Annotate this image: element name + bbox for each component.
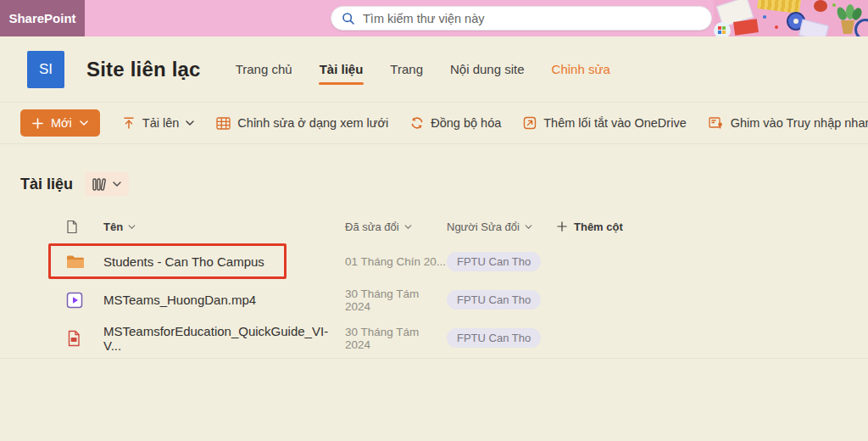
tiles-view-icon <box>92 178 106 191</box>
chevron-down-icon <box>525 225 532 229</box>
sync-button[interactable]: Đồng bộ hóa <box>410 116 501 130</box>
folder-icon <box>66 254 103 269</box>
table-row[interactable]: MSTeamsforEducation_QuickGuide_VI-V... 3… <box>0 319 868 357</box>
plus-icon <box>557 221 567 232</box>
modified-by-badge: FPTU Can Tho <box>447 290 541 310</box>
file-name-link[interactable]: MSTeams_HuongDan.mp4 <box>103 293 345 307</box>
modified-date: 01 Tháng Chín 20... <box>345 255 447 268</box>
new-button[interactable]: Mới <box>20 109 100 137</box>
modified-date: 30 Tháng Tám 2024 <box>345 287 447 313</box>
site-title: Site liên lạc <box>86 58 201 81</box>
column-header-name[interactable]: Tên <box>103 220 345 233</box>
grid-icon <box>216 117 231 130</box>
chevron-down-icon <box>113 181 121 187</box>
nav-item-chinh-sua[interactable]: Chỉnh sửa <box>551 59 611 80</box>
add-shortcut-onedrive-button[interactable]: Thêm lối tắt vào OneDrive <box>523 116 686 130</box>
site-nav: Trang chủ Tài liệu Trang Nội dung site C… <box>235 59 611 80</box>
sync-icon <box>410 116 424 130</box>
site-header: SI Site liên lạc Trang chủ Tài liệu Tran… <box>0 36 868 102</box>
decorative-illustration <box>714 0 868 36</box>
plus-icon <box>32 118 43 129</box>
chevron-down-icon <box>80 120 88 126</box>
modified-by-badge: FPTU Can Tho <box>447 328 541 348</box>
view-switcher-button[interactable] <box>85 172 129 196</box>
pdf-file-icon <box>66 330 103 347</box>
top-bar: SharePoint <box>0 0 868 36</box>
file-name-link[interactable]: Students - Can Tho Campus <box>103 254 345 269</box>
nav-item-noi-dung-site[interactable]: Nội dung site <box>449 59 526 80</box>
edit-grid-view-button[interactable]: Chỉnh sửa ở dạng xem lưới <box>216 116 388 130</box>
table-row[interactable]: Students - Can Tho Campus 01 Tháng Chín … <box>0 243 868 281</box>
site-logo[interactable]: SI <box>27 51 64 88</box>
video-file-icon <box>66 292 103 309</box>
shortcut-icon <box>523 116 537 130</box>
search-box[interactable] <box>331 6 712 31</box>
chevron-down-icon <box>404 225 412 229</box>
nav-item-tai-lieu[interactable]: Tài liệu <box>319 59 364 80</box>
upload-button[interactable]: Tải lên <box>122 116 195 130</box>
library-title: Tài liệu <box>20 176 73 193</box>
list-bottom-divider <box>0 358 868 359</box>
sharepoint-brand[interactable]: SharePoint <box>0 0 85 36</box>
search-input[interactable] <box>363 12 701 25</box>
chevron-down-icon <box>186 120 194 126</box>
upload-icon <box>122 116 136 130</box>
search-icon <box>342 12 355 25</box>
command-bar: Mới Tải lên Chỉnh sửa ở dạng xem lưới Đồ… <box>0 102 868 144</box>
modified-by-badge: FPTU Can Tho <box>447 252 541 271</box>
table-header: Tên Đã sửa đổi Người Sửa đổi Thêm cột <box>0 210 868 243</box>
column-header-modified[interactable]: Đã sửa đổi <box>345 220 447 233</box>
file-name-link[interactable]: MSTeamsforEducation_QuickGuide_VI-V... <box>103 324 345 353</box>
nav-item-trang-chu[interactable]: Trang chủ <box>235 59 293 80</box>
library-header: Tài liệu <box>20 171 868 197</box>
pin-icon <box>709 116 724 130</box>
column-header-modified-by[interactable]: Người Sửa đổi <box>447 220 557 233</box>
file-type-column-icon[interactable] <box>66 220 103 234</box>
chevron-down-icon <box>128 225 136 229</box>
modified-date: 30 Tháng Tám 2024 <box>345 326 447 351</box>
pin-quick-access-button[interactable]: Ghim vào Truy nhập nhanh <box>709 116 868 130</box>
nav-item-trang[interactable]: Trang <box>389 59 424 80</box>
add-column-button[interactable]: Thêm cột <box>557 220 868 233</box>
table-row[interactable]: MSTeams_HuongDan.mp4 30 Tháng Tám 2024 F… <box>0 281 868 319</box>
